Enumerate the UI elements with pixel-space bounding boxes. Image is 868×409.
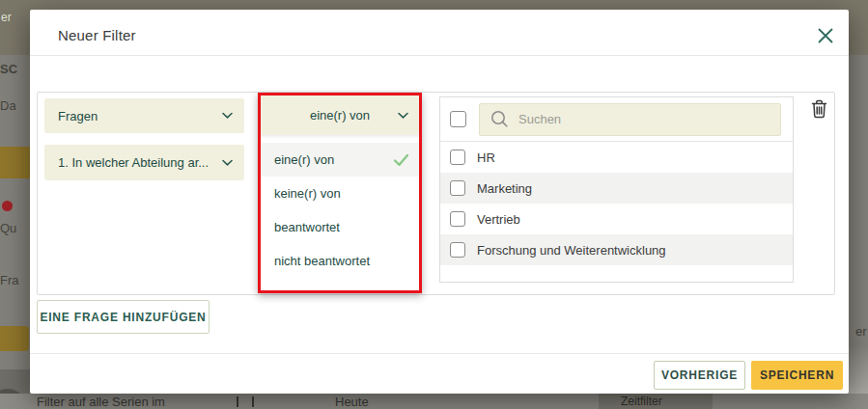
operator-option-eine-r-von[interactable]: eine(r) von xyxy=(261,143,419,177)
operator-select[interactable]: eine(r) von xyxy=(261,95,419,135)
backdrop-bottom-text: Filter auf alle Serien im xyxy=(37,395,165,409)
backdrop-text-fragment: Qu xyxy=(0,221,16,235)
operator-option-beantwortet[interactable]: beantwortet xyxy=(261,210,419,244)
chevron-down-icon xyxy=(398,112,408,119)
operator-menu: eine(r) von keine(r) von beantwortet nic… xyxy=(261,143,419,278)
item-label: Marketing xyxy=(477,181,532,196)
save-button[interactable]: SPEICHERN xyxy=(751,361,843,390)
list-item-marketing[interactable]: Marketing xyxy=(440,173,793,204)
search-icon xyxy=(490,110,509,128)
backdrop-gold-button-fragment xyxy=(0,147,34,178)
search-input[interactable] xyxy=(518,112,780,126)
search-field xyxy=(479,103,781,136)
backdrop-text-fragment: Da xyxy=(0,98,16,113)
operator-option-label: keine(r) von xyxy=(274,186,341,201)
item-checkbox[interactable] xyxy=(450,242,465,258)
operator-option-keine-r-von[interactable]: keine(r) von xyxy=(261,177,419,210)
check-icon xyxy=(394,154,408,166)
chevron-down-icon xyxy=(222,113,233,120)
item-checkbox[interactable] xyxy=(450,180,465,196)
backdrop-text-fragment: er xyxy=(855,324,867,339)
operator-option-label: nicht beantwortet xyxy=(274,254,370,268)
list-item-forschung[interactable]: Forschung und Weiterentwicklung xyxy=(440,234,793,265)
backdrop-divider xyxy=(252,396,254,407)
item-checkbox[interactable] xyxy=(450,150,465,165)
list-item-vertrieb[interactable]: Vertrieb xyxy=(440,204,793,234)
dialog-title: Neuer Filter xyxy=(58,27,136,43)
question-select[interactable]: 1. In welcher Abteilung ar... xyxy=(44,145,244,180)
close-icon xyxy=(816,26,835,45)
operator-dropdown-annotated: eine(r) von eine(r) von keine(r) von bea… xyxy=(258,93,422,293)
operator-option-label: eine(r) von xyxy=(274,152,334,167)
search-row xyxy=(440,97,793,142)
operator-option-nicht-beantwortet[interactable]: nicht beantwortet xyxy=(261,244,419,278)
close-button[interactable] xyxy=(812,22,839,49)
backdrop-red-dot xyxy=(2,201,13,211)
backdrop-divider xyxy=(237,396,238,407)
backdrop-bottom-bar: Filter auf alle Serien im Heute Zeitfilt… xyxy=(0,394,868,409)
delete-filter-button[interactable] xyxy=(806,96,831,122)
item-label: Vertrieb xyxy=(477,212,520,227)
item-label: Forschung und Weiterentwicklung xyxy=(477,243,666,258)
chevron-down-icon xyxy=(222,159,233,166)
operator-select-value: eine(r) von xyxy=(310,108,370,123)
previous-button[interactable]: VORHERIGE xyxy=(654,361,745,390)
item-label: HR xyxy=(477,150,495,165)
backdrop-bottom-text: Zeitfilter xyxy=(621,395,662,408)
select-all-checkbox[interactable] xyxy=(450,111,466,127)
header-divider xyxy=(30,55,849,56)
screen: er SC Da Qu Fra er Filter auf alle Serie… xyxy=(0,0,868,409)
new-filter-dialog: Neuer Filter Fragen 1. In welcher Abteil… xyxy=(30,10,849,394)
list-item-hr[interactable]: HR xyxy=(440,142,793,173)
question-type-value: Fragen xyxy=(44,109,98,123)
backdrop-text-fragment: er xyxy=(1,11,12,24)
footer-divider xyxy=(30,353,849,354)
backdrop-gold-button-fragment xyxy=(0,326,29,351)
answer-options-list: HR Marketing Vertrieb Forschung und Weit… xyxy=(439,96,794,283)
backdrop-zeitfilter-tile: Zeitfilter xyxy=(599,394,713,409)
trash-icon xyxy=(811,99,827,119)
question-type-select[interactable]: Fragen xyxy=(44,98,244,133)
item-checkbox[interactable] xyxy=(450,211,465,227)
backdrop-bottom-text: Heute xyxy=(335,395,369,409)
backdrop-text-fragment: Fra xyxy=(0,273,19,287)
backdrop-text-fragment: SC xyxy=(0,62,17,76)
operator-option-label: beantwortet xyxy=(274,220,340,234)
question-select-value: 1. In welcher Abteilung ar... xyxy=(44,155,209,170)
add-question-button[interactable]: EINE FRAGE HINZUFÜGEN xyxy=(37,300,210,334)
